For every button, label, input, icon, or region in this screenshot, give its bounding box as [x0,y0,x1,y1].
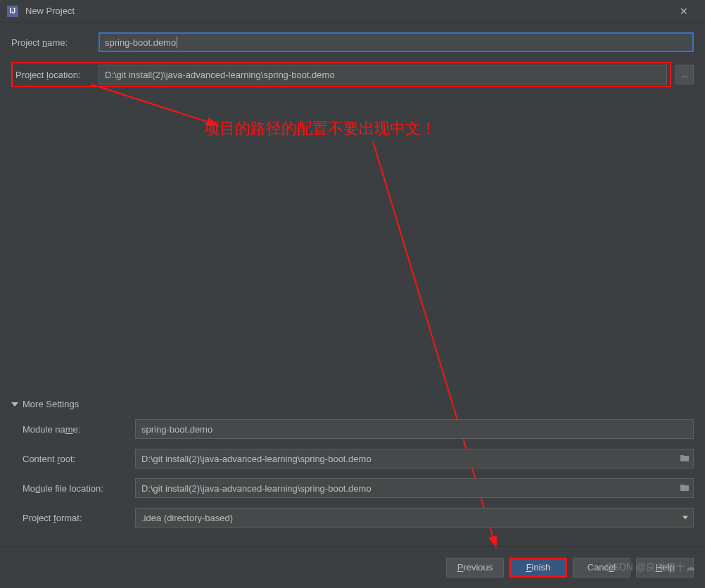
more-settings-toggle[interactable]: More Settings [11,399,694,409]
project-name-row: Project name: spring-boot.demo [11,32,694,52]
project-location-row: Project location: ... [11,62,694,87]
cancel-button[interactable]: Cancel [573,558,630,577]
browse-button[interactable]: ... [675,65,694,84]
folder-icon[interactable] [680,453,690,464]
project-format-label: Project format: [23,513,135,523]
module-file-location-label: Module file location: [23,483,135,494]
content-root-row: Content root: [11,449,694,468]
project-format-select[interactable]: .idea (directory-based) [135,508,694,528]
project-format-row: Project format: .idea (directory-based) [11,508,694,528]
button-bar: Previous Finish Cancel Help [0,546,705,588]
previous-button[interactable]: Previous [446,558,504,577]
project-name-input[interactable]: spring-boot.demo [99,32,694,52]
module-name-input[interactable] [135,419,694,439]
content-root-label: Content root: [23,454,135,464]
project-location-highlight: Project location: [11,62,671,87]
annotation-text: 项目的路径的配置不要出现中文！ [204,118,436,139]
finish-button[interactable]: Finish [509,558,567,577]
project-location-label: Project location: [14,70,99,80]
module-name-row: Module name: [11,419,694,439]
module-file-location-row: Module file location: [11,478,694,498]
app-icon: IJ [7,6,18,17]
close-icon[interactable]: ✕ [670,1,698,22]
svg-line-0 [91,84,218,125]
annotation-arrow-1 [84,82,232,138]
module-file-location-input[interactable] [135,478,694,498]
project-name-label: Project name: [11,37,99,48]
more-settings-section: More Settings Module name: Content root:… [11,399,694,537]
window-title: New Project [25,6,670,16]
help-button[interactable]: Help [636,558,694,577]
content-root-input[interactable] [135,449,694,468]
titlebar: IJ New Project ✕ [0,0,705,23]
folder-icon[interactable] [680,482,690,494]
chevron-down-icon [682,516,688,520]
project-location-input[interactable] [99,65,667,84]
chevron-down-icon [11,402,18,407]
module-name-label: Module name: [23,424,135,435]
